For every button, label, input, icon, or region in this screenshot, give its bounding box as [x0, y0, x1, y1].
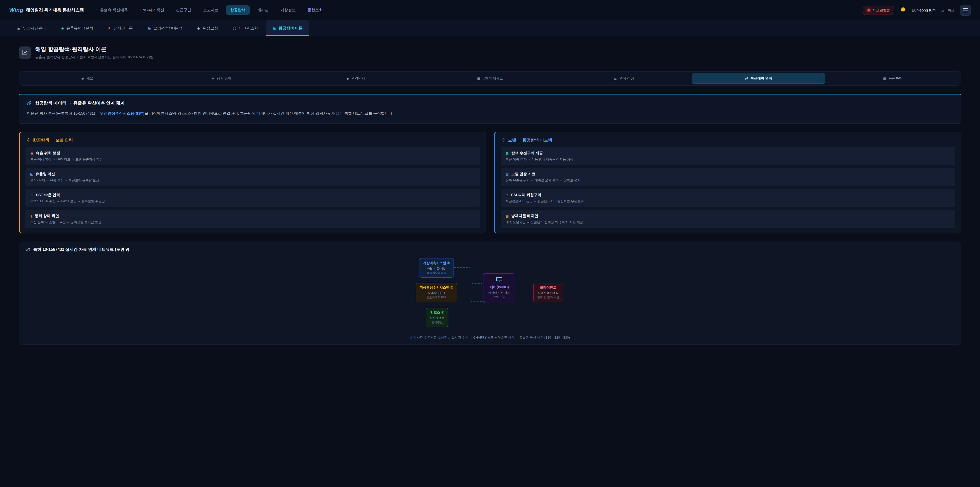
intro-text-post: 을 기상예측시스템·검조소와 함께 인터넷으로 연결하여, 항공탐색 데이터가 … — [145, 111, 393, 115]
subnav-label: 오염/선박3D분석 — [153, 26, 182, 30]
network-diagram: 기상예측시스템 ① 바람·기온·기압 국립기상과학원 위성영상수신시스템 ② S… — [25, 255, 955, 332]
item-title: 유출 위치 보정 — [36, 151, 60, 155]
model-feedback-card: ⇧ 모델 → 항공탐색 피드백 ▦탐색 우선구역 제공 확산 예측 결과 → 다… — [494, 132, 961, 233]
card-item-esi-risk-zone: ⚠ESI 피해 위험구역 확산경로×ESI 등급 → 항공탐색 ESI 현장확인… — [501, 189, 955, 207]
esi-map-icon: ▦ — [477, 77, 480, 80]
patent-network-section: 특허 10-1567431 실시간 자료 연계 네트워크 (도면 9) 기상예측… — [19, 241, 961, 345]
item-title: 탐색 우선구역 제공 — [511, 151, 543, 155]
satellite-icon: ◆ — [197, 26, 200, 30]
network-title: 특허 10-1567431 실시간 자료 연계 네트워크 (도면 9) — [25, 247, 955, 252]
item-title: 풍화 상태 확인 — [35, 214, 59, 218]
tab-label: 원격탐사 — [352, 76, 365, 81]
tab-remote-sensing[interactable]: ◆원격탐사 — [289, 73, 422, 84]
card-item-priority-zone: ▦탐색 우선구역 제공 확산 예측 결과 → 다음 항차 집중구역 자동 생성 — [501, 147, 955, 165]
tab-esi-response-map[interactable]: ▦ESI 방제지도 — [423, 73, 557, 84]
item-desc: 실측 유출유 위치 ↔ 예측값 오차 분석 → 정확도 평가 — [506, 178, 950, 183]
node-title: 검조소 ③ — [430, 310, 445, 315]
ruler-icon: ◣ — [30, 172, 33, 176]
tab-label: 확산예측 연계 — [751, 76, 772, 81]
top-navigation-bar: Wing 해양환경 위기대응 통합시스템 유출유 확산예측 HNS·대기확산 긴… — [0, 0, 980, 21]
heli-icon: ✈ — [212, 77, 215, 80]
item-desc: 면적×두께 → 유량 추정 → 확산모델 유출량 보정 — [30, 178, 475, 183]
radar-icon: ◉ — [272, 26, 276, 30]
subnav-tab-satellite-request[interactable]: ◆위성요청 — [191, 21, 225, 36]
nav-board[interactable]: 게시판 — [253, 5, 273, 15]
item-desc: 예측 도달시간 → 오일펜스·방제정 최적 배치 좌표 제공 — [506, 220, 950, 225]
node-title: 서버(WING) — [488, 285, 510, 290]
paper-icon: ▤ — [883, 77, 886, 80]
sat2-icon: ◆ — [347, 77, 349, 80]
notification-bell-icon[interactable] — [900, 7, 906, 13]
hamburger-menu-button[interactable] — [960, 5, 971, 16]
tab-area-calculation[interactable]: ◣면적 산정 — [558, 73, 691, 84]
subnav-tab-realtime-drone[interactable]: ✈실시간드론 — [101, 21, 140, 36]
sst-system-link[interactable]: 위성영상수신시스템(SST) — [100, 111, 145, 115]
page-title: 해양 항공탐색·원격탐사 이론 — [35, 45, 154, 53]
card-title: ⇧ 모델 → 항공탐색 피드백 — [501, 137, 955, 147]
item-title: 방제자원 배치안 — [511, 214, 538, 218]
node-line: 바람·기온·기압 — [423, 267, 450, 271]
subnav-label: 유출유면적분석 — [66, 26, 93, 30]
tab-label: 탐지 장비 — [217, 76, 231, 81]
page-header: 해양 항공탐색·원격탐사 이론 유출유 원격탐지·항공감시 기법·ESI 방제정… — [19, 45, 961, 59]
nav-emergency-rescue[interactable]: 긴급구난 — [172, 5, 196, 15]
node-satellite-receiving-system: 위성영상수신시스템 ② SST(NGSST) 토호쿠대학 FTP — [416, 283, 457, 302]
subnav-tab-cctv-view[interactable]: ◎CCTV 조회 — [226, 21, 264, 36]
nav-aerial-search[interactable]: 항공탐색 — [226, 5, 250, 15]
node-title: 위성영상수신시스템 ② — [420, 285, 453, 290]
tab-label: ESI 방제지도 — [483, 76, 503, 81]
main-content: 해양 항공탐색·원격탐사 이론 유출유 원격탐지·항공감시 기법·ESI 방제정… — [0, 36, 980, 345]
item-title: 유출량 역산 — [35, 172, 55, 176]
incident-status-badge[interactable]: 사고 진행중 — [863, 6, 894, 15]
analysis-icon: ◈ — [61, 26, 64, 30]
app-logo[interactable]: Wing 해양환경 위기대응 통합시스템 — [9, 7, 84, 14]
card-item-model-validation: ▥모델 검증 자료 실측 유출유 위치 ↔ 예측값 오차 분석 → 정확도 평가 — [501, 168, 955, 186]
node-title: 클라이언트 — [537, 285, 559, 290]
nav-hns-air-diffusion[interactable]: HNS·대기확산 — [135, 5, 169, 15]
area-icon: ◣ — [614, 77, 617, 80]
subnav-tab-image-photo-management[interactable]: ▣영상사진관리 — [10, 21, 52, 36]
top-right-controls: 사고 진행중 Eunjeong Kim 로그아웃 — [863, 5, 971, 16]
wing-logo-text: Wing — [9, 7, 24, 14]
network-caption: 기상자료·수온자료·조석정보 실시간 수신 → CHARRY 조류 + 취송류 … — [25, 335, 955, 340]
sphere-icon: ◉ — [148, 26, 151, 30]
subnav-tab-oil-area-analysis[interactable]: ◈유출유면적분석 — [54, 21, 100, 36]
barrel-icon: ▮ — [30, 214, 32, 217]
link-icon — [27, 101, 32, 106]
tab-overview[interactable]: ⊕개요 — [21, 73, 154, 84]
node-tide-station: 검조소 ③ 실시간 조위 조석정보 — [426, 308, 449, 327]
section-heading-text: 항공탐색 데이터 → 유출유 확산예측 연계 체계 — [35, 100, 124, 106]
linkage-overview-section: 항공탐색 데이터 → 유출유 확산예측 연계 체계 이문진 박사 특허(등록특허… — [19, 94, 961, 124]
menu-bar — [963, 12, 968, 12]
tab-label: 개요 — [86, 76, 93, 81]
nav-integrated-search[interactable]: 통합조회 — [303, 5, 327, 15]
item-desc: 확산 예측 결과 → 다음 항차 집중구역 자동 생성 — [506, 157, 950, 162]
item-desc: NGSST FTP 수신 → Akima 보간 → 풍화모델 수온값 — [30, 199, 475, 204]
inbox-icon: ⇩ — [27, 138, 30, 142]
logout-button[interactable]: 로그아웃 — [941, 8, 955, 13]
section-heading: 항공탐색 데이터 → 유출유 확산예측 연계 체계 — [27, 100, 953, 106]
incident-dot-icon — [867, 9, 870, 11]
globe-icon: ⊕ — [81, 77, 84, 80]
node-wing-server: 서버(WING) 데이터 수신·저장 모델 구동 — [483, 273, 515, 303]
subnav-tab-pollution-ship-3d[interactable]: ◉오염/선박3D분석 — [141, 21, 189, 36]
tab-diffusion-prediction-link[interactable]: ☍확산예측 연계 — [692, 73, 825, 84]
linkage-cards-row: ⇩ 항공탐색 → 모델 입력 ◉유출 위치 보정 드론·위성 영상 → GPS … — [19, 132, 961, 233]
priority-zone-icon: ▦ — [506, 152, 509, 155]
incident-label: 사고 진행중 — [872, 8, 890, 13]
tab-detection-equipment[interactable]: ✈탐지 장비 — [155, 73, 288, 84]
nav-oil-spill-prediction[interactable]: 유출유 확산예측 — [96, 5, 132, 15]
item-desc: 드론·위성 영상 → GPS 좌표 → 모델 유출지점 갱신 — [30, 157, 475, 162]
nav-weather-info[interactable]: 기상정보 — [276, 5, 300, 15]
card-title-text: 모델 → 항공탐색 피드백 — [508, 138, 552, 143]
monitor-icon — [496, 277, 503, 283]
item-desc: 색상 분류 → 증발비 추정 → 풍화모델 초기값 보정 — [30, 220, 475, 225]
page-icon — [19, 46, 31, 59]
node-line: 실시간 조위 — [430, 316, 445, 320]
drone-icon: ✈ — [108, 26, 111, 30]
tab-papers-patents[interactable]: ▤논문특허 — [826, 73, 959, 84]
chart-icon: ▥ — [506, 172, 509, 176]
item-title: 모델 검증 자료 — [511, 172, 535, 176]
subnav-tab-aerial-search-theory[interactable]: ◉항공탐색 이론 — [266, 21, 309, 36]
nav-report-materials[interactable]: 보고자료 — [199, 5, 223, 15]
